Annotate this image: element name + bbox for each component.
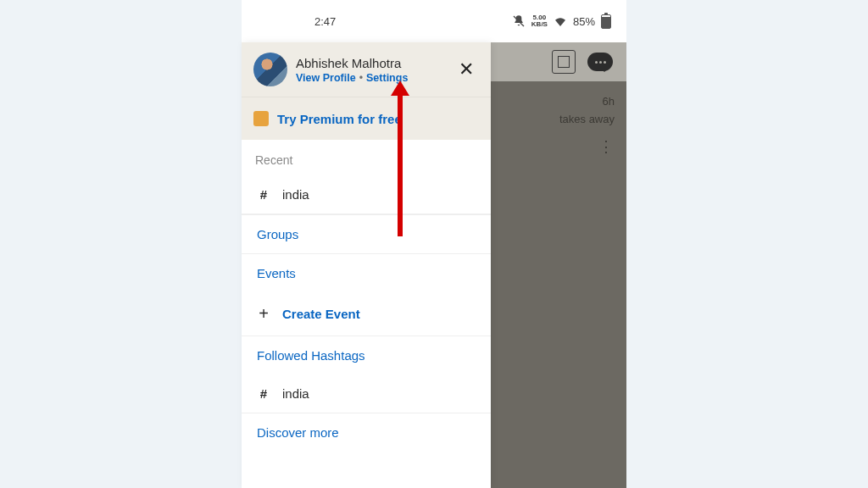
recent-item[interactable]: # india — [242, 175, 491, 214]
create-event[interactable]: + Create Event — [242, 292, 491, 336]
mute-icon — [512, 14, 526, 28]
more-icon[interactable]: ⋮ — [559, 144, 615, 149]
screenshot-stage: 2:47 5.00 KB/S 85% 6 — [0, 0, 868, 488]
recent-section-label: Recent — [242, 140, 491, 175]
network-rate: 5.00 KB/S — [531, 14, 548, 28]
wifi-icon — [554, 16, 567, 26]
close-icon[interactable]: ✕ — [453, 55, 479, 84]
feed-age: 6h — [559, 95, 615, 108]
profile-name: Abhishek Malhotra — [296, 56, 445, 70]
plus-icon: + — [257, 304, 270, 324]
recent-item-text: india — [282, 187, 309, 202]
discover-more-link[interactable]: Discover more — [242, 413, 491, 452]
phone-frame: 2:47 5.00 KB/S 85% 6 — [242, 0, 626, 488]
hashtag-icon: # — [257, 187, 270, 202]
battery-percent: 85% — [573, 15, 595, 28]
qr-scan-icon[interactable] — [552, 50, 576, 74]
annotation-arrow — [398, 94, 403, 236]
events-link[interactable]: Events — [242, 254, 491, 292]
status-icons: 5.00 KB/S 85% — [512, 14, 611, 29]
drawer-header: Abhishek Malhotra View Profile•Settings … — [242, 42, 491, 97]
feed-snippet: takes away — [559, 113, 615, 125]
premium-badge-icon — [253, 111, 269, 126]
messages-icon[interactable] — [587, 53, 613, 71]
hashtag-item-text: india — [282, 386, 309, 401]
feed-card-peek: 6h takes away ⋮ — [559, 95, 615, 149]
navigation-drawer: Abhishek Malhotra View Profile•Settings … — [242, 42, 491, 488]
view-profile-link[interactable]: View Profile — [296, 72, 356, 84]
followed-hashtags-link[interactable]: Followed Hashtags — [242, 336, 491, 374]
premium-upsell[interactable]: Try Premium for free — [242, 97, 491, 140]
avatar[interactable] — [253, 53, 287, 86]
status-bar: 2:47 5.00 KB/S 85% — [242, 0, 626, 42]
groups-link[interactable]: Groups — [242, 214, 491, 254]
hashtag-icon: # — [257, 386, 270, 401]
premium-label: Try Premium for free — [277, 112, 402, 126]
hashtag-item[interactable]: # india — [242, 374, 491, 413]
clock-time: 2:47 — [314, 15, 336, 28]
battery-icon — [601, 14, 611, 29]
